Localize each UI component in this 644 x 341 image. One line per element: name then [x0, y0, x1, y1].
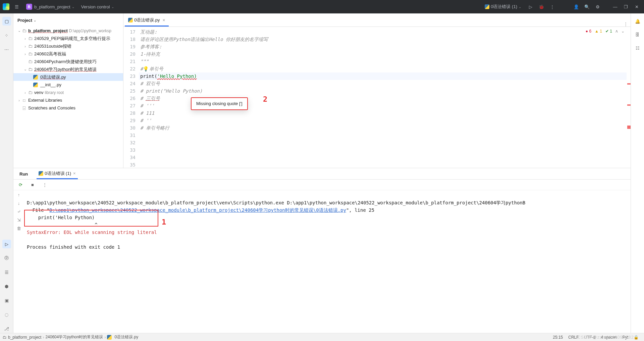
breadcrumb-item[interactable]: b_platform_project [8, 335, 41, 340]
python-icon [39, 171, 43, 176]
ide-logo[interactable] [3, 3, 11, 11]
interpreter[interactable]: Pyt [620, 335, 631, 340]
tree-file[interactable]: __init__.py [13, 81, 123, 89]
project-badge: B [26, 4, 32, 10]
chevron-down-icon: ⌄ [72, 5, 74, 9]
project-dropdown[interactable]: B b_platform_project ⌄ [23, 2, 78, 12]
vcs-icon[interactable]: ⎇ [2, 324, 11, 333]
close-tab-icon[interactable]: × [163, 17, 165, 23]
debug-button[interactable]: 🐞 [537, 2, 546, 11]
tree-root[interactable]: ⌄🗀b_platform_projectD:\app1\python_works… [13, 27, 123, 35]
services-icon[interactable]: ☰ [2, 268, 11, 277]
left-tool-strip: ▢ ⁘ ⋯ ▷ ⓟ ☰ ⬢ ▣ ◌ ⎇ [0, 13, 13, 333]
terminal-icon[interactable]: ▣ [2, 296, 11, 305]
tree-folder[interactable]: ›🗀240529_PEP编码规范_太多空格行提示 [13, 35, 123, 42]
errors-badge[interactable]: ● 6 [586, 29, 591, 34]
search-everywhere-icon[interactable]: 🔍 [582, 2, 592, 11]
stacktrace-link[interactable]: D:\app1\python_workspace\240522_workspac… [49, 207, 346, 213]
next-highlight-icon[interactable]: ⌄ [621, 29, 625, 34]
python-icon [107, 335, 112, 340]
problems-icon[interactable]: ◌ [2, 310, 11, 319]
close-window-icon[interactable]: ✕ [632, 2, 641, 11]
editor-tabs: 0语法错误.py × ⋮ [123, 13, 631, 27]
tree-collapse-icon[interactable]: › [23, 37, 28, 41]
tree-folder[interactable]: ›🗀240602高考祝福 [13, 50, 123, 58]
readonly-lock-icon[interactable]: 🔒 [631, 335, 641, 340]
code-with-me-icon[interactable]: 👤 [572, 2, 581, 11]
clear-icon[interactable]: 🗑 [17, 226, 21, 231]
right-tool-strip: 🔔 🗄 ☷ [631, 13, 644, 333]
project-tool-icon[interactable]: ▢ [2, 17, 11, 26]
python-icon [485, 4, 489, 9]
run-button[interactable]: ▷ [526, 2, 535, 11]
database-icon[interactable]: 🗄 [633, 30, 642, 39]
notifications-icon[interactable]: 🔔 [633, 17, 642, 26]
python-packages-icon[interactable]: ⬢ [2, 282, 11, 291]
typos-badge[interactable]: ✔ 1 [605, 29, 612, 34]
vcs-dropdown[interactable]: Version control ⌄ [78, 2, 117, 12]
file-encoding[interactable]: UTF-8 [582, 335, 598, 340]
minimize-icon[interactable]: — [610, 2, 620, 11]
breadcrumb-item[interactable]: 0语法错误.py [114, 334, 138, 340]
statusbar: 🗀 b_platform_project › 240604学习python时的常… [0, 333, 644, 341]
editor-tab[interactable]: 0语法错误.py × [125, 14, 169, 27]
console-context: print('Hello Python) [27, 215, 95, 220]
vcs-label: Version control [81, 4, 110, 9]
more-actions-icon[interactable]: ⋮ [547, 2, 557, 11]
tree-folder[interactable]: ›🗀240531outside报错 [13, 42, 123, 50]
breadcrumb-item[interactable]: 240604学习python时的常见错误 [45, 334, 103, 340]
structure-tool-icon[interactable]: ⁘ [2, 31, 11, 40]
gutter: 17181920212223242526272829303132333435 [123, 27, 139, 168]
scroll-end-icon[interactable]: ⇲ [17, 217, 21, 223]
tree-external-libs[interactable]: ›⏍External Libraries [13, 96, 123, 104]
stop-icon[interactable]: ■ [29, 182, 36, 187]
more-tool-icon[interactable]: ⋯ [2, 45, 11, 54]
main-menu-icon[interactable]: ☰ [13, 3, 21, 11]
close-tab-icon[interactable]: × [73, 171, 76, 176]
tree-folder[interactable]: ⌄🗀240604学习python时的常见错误 [13, 65, 123, 73]
down-stack-icon[interactable]: ↓ [18, 201, 20, 206]
project-name-label: b_platform_project [34, 4, 70, 9]
run-tab-label: 0语法错误 (1) [45, 170, 71, 177]
run-console[interactable]: D:\app1\python_workspace\240522_workspac… [24, 190, 631, 333]
python-console-icon[interactable]: ⓟ [2, 254, 11, 262]
run-tab[interactable]: 0语法错误 (1) × [37, 168, 77, 179]
python-icon [34, 82, 39, 88]
chevron-down-icon: ⌄ [519, 5, 521, 9]
intention-bulb-icon[interactable]: 💡 [143, 66, 149, 71]
maximize-icon[interactable]: ❐ [621, 2, 631, 11]
editor-area: 0语法错误.py × ⋮ ● 6 ▲ 1 ✔ 1 ʌ ⌄ 17181920212… [123, 13, 631, 168]
run-panel: Run 0语法错误 (1) × ⟳ ■ ⋮ ↑ ↓ ⤶ ⇲ 🗑 [13, 168, 631, 333]
softwrap-icon[interactable]: ⤶ [17, 209, 21, 214]
indent-setting[interactable]: 4 spaces [598, 335, 620, 340]
run-panel-title[interactable]: Run [17, 168, 30, 179]
sciview-icon[interactable]: ☷ [633, 44, 642, 52]
caret-position[interactable]: 25:15 [550, 335, 566, 340]
project-panel-header[interactable]: Project ⌄ [13, 13, 123, 27]
editor-body[interactable]: 17181920212223242526272829303132333435 互… [123, 27, 631, 168]
settings-icon[interactable]: ⚙ [593, 2, 602, 11]
warnings-badge[interactable]: ▲ 1 [595, 29, 602, 34]
annotation-1: 1 [162, 218, 166, 226]
breadcrumb: 🗀 b_platform_project › 240604学习python时的常… [3, 334, 138, 340]
tree-expand-icon[interactable]: ⌄ [17, 29, 21, 33]
up-stack-icon[interactable]: ↑ [18, 192, 20, 197]
run-config-dropdown[interactable]: 0语法错误 (1) ⌄ [481, 2, 525, 12]
annotation-2: 2 [263, 96, 267, 103]
folder-icon: 🗀 [28, 36, 33, 41]
run-more-icon[interactable]: ⋮ [41, 182, 48, 187]
tree-venv[interactable]: ›🗀venvlibrary root [13, 89, 123, 96]
editor-tab-menu-icon[interactable]: ⋮ [621, 21, 631, 27]
run-tool-icon[interactable]: ▷ [2, 240, 11, 248]
tree-folder[interactable]: 🗀240604Pycharm快捷键使用技巧 [13, 58, 123, 65]
tree-scratches[interactable]: ⌺Scratches and Consoles [13, 104, 123, 112]
rerun-icon[interactable]: ⟳ [17, 182, 24, 187]
inspection-badges[interactable]: ● 6 ▲ 1 ✔ 1 ʌ ⌄ [586, 29, 625, 34]
prev-highlight-icon[interactable]: ʌ [615, 29, 618, 34]
code-lines[interactable]: 互动题: 请在评论区使用Python语法编出Hello 你好朋友的名字缩写 参考… [139, 27, 627, 168]
chevron-down-icon: ⌄ [111, 5, 114, 9]
tree-file-selected[interactable]: 0语法错误.py [13, 73, 123, 81]
error-stripe[interactable] [627, 27, 631, 168]
run-config-label: 0语法错误 (1) [491, 4, 517, 10]
line-separator[interactable]: CRLF [566, 335, 581, 340]
